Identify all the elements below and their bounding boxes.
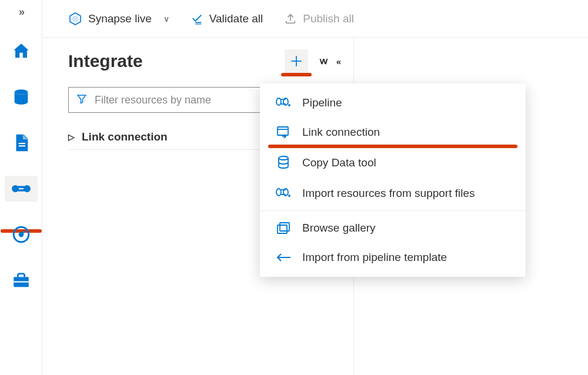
svg-point-27 <box>279 156 288 160</box>
document-icon <box>11 133 31 153</box>
menu-item-pipeline[interactable]: Pipeline <box>260 88 526 118</box>
collapse-panel-button[interactable]: « <box>336 56 338 66</box>
database-icon <box>11 87 31 107</box>
svg-point-28 <box>276 189 281 196</box>
menu-label: Link connection <box>302 126 380 139</box>
menu-label: Import from pipeline template <box>302 251 447 264</box>
panel-header: Integrate ∨∨ « <box>42 49 353 73</box>
menu-item-link-connection[interactable]: Link connection <box>260 118 526 147</box>
publish-all-button[interactable]: Publish all <box>284 12 354 25</box>
expand-all-button[interactable]: ∨∨ <box>319 56 326 66</box>
validate-all-label: Validate all <box>209 12 263 25</box>
gallery-icon <box>275 222 292 235</box>
workspace-mode-dropdown[interactable]: Synapse live ∨ <box>68 12 169 26</box>
validate-all-button[interactable]: Validate all <box>191 12 263 25</box>
home-icon <box>11 41 31 61</box>
workspace-mode-label: Synapse live <box>88 12 152 25</box>
add-resource-menu: Pipeline Link connection Copy Data tool … <box>260 83 526 277</box>
menu-item-import-support[interactable]: Import resources from support files <box>260 179 526 208</box>
tree-item-label: Link connection <box>82 130 168 143</box>
pipeline-icon <box>11 179 31 199</box>
checklist-icon <box>191 12 203 25</box>
svg-marker-13 <box>72 15 79 22</box>
menu-label: Pipeline <box>302 96 342 109</box>
menu-item-import-template[interactable]: Import from pipeline template <box>260 243 526 272</box>
svg-rect-11 <box>14 281 29 282</box>
synapse-hex-icon <box>68 12 82 26</box>
nav-manage[interactable] <box>5 267 38 293</box>
svg-point-3 <box>12 186 17 192</box>
left-nav-rail: » <box>0 0 42 375</box>
top-toolbar: Synapse live ∨ Validate all Publish all <box>42 0 588 38</box>
filter-icon <box>76 93 87 106</box>
chevron-right-icon: ▷ <box>68 132 75 142</box>
gauge-icon <box>11 225 31 245</box>
menu-label: Copy Data tool <box>302 156 376 169</box>
menu-label: Import resources from support files <box>302 187 475 200</box>
menu-divider <box>260 210 526 211</box>
svg-point-0 <box>14 89 28 95</box>
menu-item-copy-data[interactable]: Copy Data tool <box>260 147 526 179</box>
import-support-icon <box>275 188 292 199</box>
plus-icon <box>289 53 304 69</box>
panel-title: Integrate <box>68 51 143 71</box>
add-button-highlight <box>281 73 312 76</box>
publish-all-label: Publish all <box>303 12 354 25</box>
svg-rect-25 <box>278 127 288 135</box>
pipeline-menu-icon <box>275 97 292 109</box>
chevron-down-icon: ∨ <box>163 14 169 24</box>
nav-home[interactable] <box>5 38 38 64</box>
import-template-icon <box>275 253 292 262</box>
nav-develop[interactable] <box>5 130 38 156</box>
menu-label: Browse gallery <box>302 222 376 235</box>
copy-data-icon <box>275 155 292 170</box>
panel-actions: ∨∨ « <box>285 49 338 73</box>
svg-rect-1 <box>18 143 25 144</box>
svg-line-9 <box>21 231 25 235</box>
svg-point-19 <box>276 98 281 105</box>
svg-rect-35 <box>280 223 289 231</box>
rail-expand-toggle[interactable]: » <box>19 6 23 18</box>
svg-marker-18 <box>78 95 86 103</box>
svg-point-4 <box>24 186 29 192</box>
nav-data[interactable] <box>5 84 38 110</box>
upload-icon <box>284 12 297 25</box>
add-resource-button[interactable] <box>285 49 308 73</box>
svg-rect-2 <box>18 145 25 146</box>
toolbox-icon <box>11 270 31 290</box>
menu-item-browse-gallery[interactable]: Browse gallery <box>260 213 526 243</box>
svg-rect-34 <box>278 225 287 233</box>
nav-integrate[interactable] <box>5 176 38 202</box>
main-area: Synapse live ∨ Validate all Publish all … <box>42 0 588 375</box>
link-connection-icon <box>275 126 292 139</box>
nav-monitor[interactable] <box>5 222 38 247</box>
